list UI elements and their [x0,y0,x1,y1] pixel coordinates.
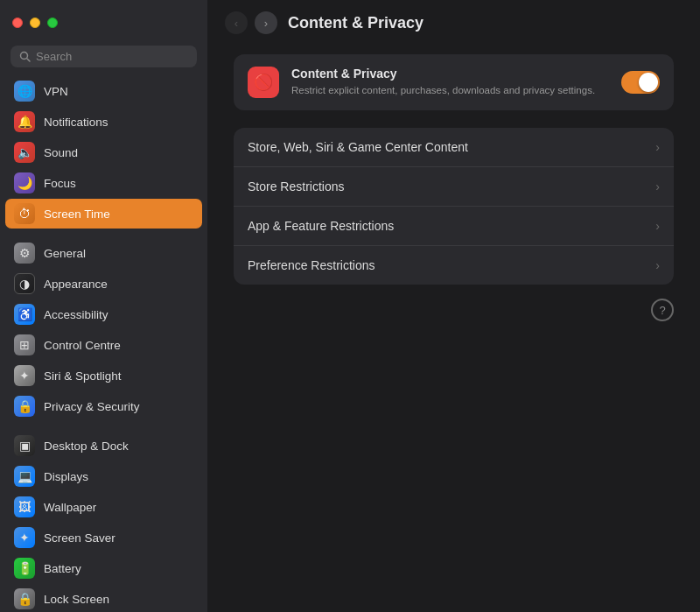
privacy-label: Privacy & Security [44,400,140,413]
main-scrollable-content: 🚫 Content & Privacy Restrict explicit co… [207,46,700,612]
content-privacy-card: 🚫 Content & Privacy Restrict explicit co… [234,54,674,110]
restrictions-list: Store, Web, Siri & Game Center Content›S… [234,128,674,285]
wallpaper-label: Wallpaper [44,501,96,514]
sidebar-item-screensaver[interactable]: ✦Screen Saver [5,523,202,552]
sidebar-item-focus[interactable]: 🌙Focus [5,168,202,198]
row-store-web-label: Store, Web, Siri & Game Center Content [248,140,468,154]
general-icon: ⚙ [14,243,35,264]
search-icon [19,51,31,62]
page-title: Content & Privacy [288,14,424,32]
focus-icon: 🌙 [14,172,35,193]
close-button[interactable] [12,18,23,28]
screentime-icon: ⏱ [14,203,35,224]
sidebar-list: 🌐VPN🔔Notifications🔈Sound🌙Focus⏱Screen Ti… [0,76,207,612]
vpn-label: VPN [44,85,68,98]
sidebar-section-divider [5,229,202,238]
sidebar-item-privacy[interactable]: 🔒Privacy & Security [5,391,202,421]
row-preference-restrictions-chevron: › [655,258,660,272]
appearance-label: Appearance [44,278,108,291]
sidebar-item-battery[interactable]: 🔋Battery [5,553,202,583]
sidebar-item-controlcentre[interactable]: ⊞Control Centre [5,330,202,360]
focus-label: Focus [44,177,76,190]
content-privacy-toggle[interactable] [621,71,660,94]
notifications-label: Notifications [44,116,108,129]
accessibility-label: Accessibility [44,308,108,321]
row-store-restrictions-chevron: › [655,179,660,193]
controlcentre-label: Control Centre [44,339,121,352]
help-area: ? [234,285,674,321]
desktop-icon: ▣ [14,435,35,456]
displays-label: Displays [44,470,88,483]
vpn-icon: 🌐 [14,81,35,102]
screensaver-icon: ✦ [14,527,35,548]
accessibility-icon: ♿ [14,304,35,325]
row-app-feature-label: App & Feature Restrictions [248,219,394,233]
row-store-web[interactable]: Store, Web, Siri & Game Center Content› [234,128,674,167]
sidebar-item-lockscreen[interactable]: 🔒Lock Screen [5,584,202,612]
row-app-feature[interactable]: App & Feature Restrictions› [234,207,674,246]
general-label: General [44,247,86,260]
svg-line-1 [27,59,30,61]
sound-icon: 🔈 [14,142,35,163]
row-app-feature-chevron: › [655,219,660,233]
lockscreen-label: Lock Screen [44,593,109,606]
forward-button[interactable]: › [255,11,277,34]
main-header: ‹ › Content & Privacy [207,0,700,46]
lockscreen-icon: 🔒 [14,588,35,609]
content-privacy-description: Restrict explicit content, purchases, do… [291,83,609,97]
toggle-knob [639,73,658,92]
sidebar-item-appearance[interactable]: ◑Appearance [5,269,202,299]
sidebar-item-screentime[interactable]: ⏱Screen Time [5,199,202,229]
notifications-icon: 🔔 [14,111,35,132]
sidebar: 🌐VPN🔔Notifications🔈Sound🌙Focus⏱Screen Ti… [0,0,207,612]
sidebar-section-divider [5,422,202,431]
battery-label: Battery [44,562,81,575]
screentime-label: Screen Time [44,208,110,221]
displays-icon: 💻 [14,466,35,487]
sidebar-item-displays[interactable]: 💻Displays [5,461,202,491]
row-preference-restrictions-label: Preference Restrictions [248,258,375,272]
help-button[interactable]: ? [651,299,674,321]
sidebar-item-accessibility[interactable]: ♿Accessibility [5,299,202,329]
row-store-restrictions[interactable]: Store Restrictions› [234,167,674,207]
back-button[interactable]: ‹ [225,11,248,34]
svg-point-0 [21,53,28,60]
sidebar-item-desktop[interactable]: ▣Desktop & Dock [5,431,202,461]
row-store-restrictions-label: Store Restrictions [248,179,344,193]
maximize-button[interactable] [47,18,58,28]
row-store-web-chevron: › [655,140,660,154]
main-content-area: ‹ › Content & Privacy 🚫 Content & Privac… [207,0,700,612]
siri-label: Siri & Spotlight [44,369,122,383]
screensaver-label: Screen Saver [44,531,116,545]
content-privacy-title: Content & Privacy [291,67,609,81]
minimize-button[interactable] [30,18,40,28]
appearance-icon: ◑ [14,273,35,294]
sidebar-item-wallpaper[interactable]: 🖼Wallpaper [5,492,202,522]
sidebar-item-sound[interactable]: 🔈Sound [5,137,202,167]
sound-label: Sound [44,146,78,159]
titlebar [0,0,207,46]
siri-icon: ✦ [14,365,35,386]
sidebar-item-notifications[interactable]: 🔔Notifications [5,107,202,137]
row-preference-restrictions[interactable]: Preference Restrictions› [234,246,674,285]
search-bar[interactable] [10,46,197,67]
search-input[interactable] [36,50,188,63]
sidebar-item-vpn[interactable]: 🌐VPN [5,76,202,106]
content-privacy-text: Content & Privacy Restrict explicit cont… [291,67,609,97]
content-privacy-icon: 🚫 [248,67,279,98]
sidebar-item-general[interactable]: ⚙General [5,238,202,268]
controlcentre-icon: ⊞ [14,334,35,355]
sidebar-item-siri[interactable]: ✦Siri & Spotlight [5,361,202,390]
wallpaper-icon: 🖼 [14,496,35,517]
privacy-icon: 🔒 [14,396,35,417]
desktop-label: Desktop & Dock [44,440,129,453]
battery-icon: 🔋 [14,558,35,579]
